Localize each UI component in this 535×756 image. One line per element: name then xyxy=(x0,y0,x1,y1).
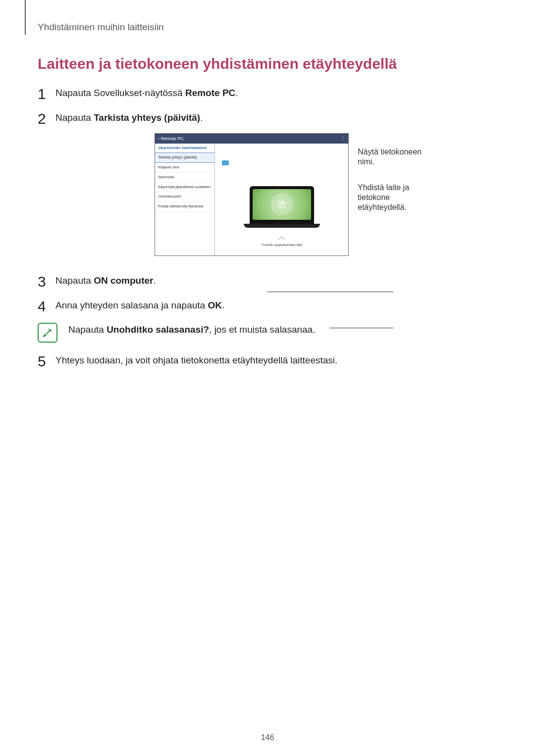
laptop-illustration: ON computer xyxy=(250,186,314,225)
note-icon xyxy=(38,323,57,343)
note-text: Napauta Unohditko salasanasi?, jos et mu… xyxy=(68,323,315,337)
step-number: 5 xyxy=(38,351,46,372)
on-computer-button[interactable]: ON computer xyxy=(271,194,292,215)
step-5: 5 Yhteys luodaan, ja voit ohjata tietoko… xyxy=(38,353,497,367)
step-text: Napauta ON computer. xyxy=(55,275,156,286)
callout-computer-name: Näytä tietokoneen nimi. xyxy=(358,147,437,167)
step-number: 4 xyxy=(38,296,46,317)
laptop-screen: ON computer xyxy=(253,189,311,220)
step-number: 2 xyxy=(38,108,46,130)
step-number: 1 xyxy=(38,83,46,105)
callout-connect-remote: Yhdistä laite ja tietokone etäyhteydellä… xyxy=(358,183,437,212)
step-4: 4 Anna yhteyden salasana ja napauta OK. … xyxy=(38,299,497,343)
tap-hint: Yhdistä napauttamalla tätä xyxy=(215,237,348,248)
steps-list: 1 Napauta Sovellukset-näytössä Remote PC… xyxy=(38,86,497,367)
breadcrumb: Yhdistäminen muihin laitteisiin xyxy=(38,22,497,33)
page-content: Yhdistäminen muihin laitteisiin Laitteen… xyxy=(0,0,535,367)
pc-name-tag[interactable] xyxy=(222,160,229,165)
step-2: 2 Napauta Tarkista yhteys (päivitä). Rem… xyxy=(38,111,497,256)
sidebar-header: Järjestelmän hallintalaitteet xyxy=(155,144,214,152)
arrow-up-icon xyxy=(278,236,285,243)
sidebar-item-shutdown[interactable]: Sammuta xyxy=(155,173,214,183)
sidebar-item-remove-pc[interactable]: Poista rekisteröity tietokone xyxy=(155,202,214,212)
app-titlebar: Remote PC ⋮ xyxy=(155,134,348,144)
app-window: Remote PC ⋮ Järjestelmän hallintalaittee… xyxy=(155,133,349,256)
app-main: ON computer Yhdistä napauttamalla tätä xyxy=(215,144,348,255)
step-1: 1 Napauta Sovellukset-näytössä Remote PC… xyxy=(38,86,497,100)
callout-line-1 xyxy=(267,292,393,292)
note: Napauta Unohditko salasanasi?, jos et mu… xyxy=(55,323,497,343)
step-3: 3 Napauta ON computer. xyxy=(38,274,497,288)
sidebar-item-check-connection[interactable]: Tarkista yhteys (päivitä) xyxy=(155,152,214,163)
kebab-menu-icon[interactable]: ⋮ xyxy=(341,136,345,142)
step-text: Napauta Tarkista yhteys (päivitä). xyxy=(55,112,203,123)
step-text: Anna yhteyden salasana ja napauta OK. xyxy=(55,300,224,310)
sidebar-item-properties[interactable]: Ominaisuudet xyxy=(155,192,214,202)
sidebar-item-logout[interactable]: Kirjaudu ulos xyxy=(155,163,214,173)
app-body: Järjestelmän hallintalaitteet Tarkista y… xyxy=(155,144,348,255)
screenshot-figure: Remote PC ⋮ Järjestelmän hallintalaittee… xyxy=(55,133,497,256)
back-button[interactable]: Remote PC xyxy=(158,136,184,142)
app-sidebar: Järjestelmän hallintalaitteet Tarkista y… xyxy=(155,144,215,255)
step-text: Yhteys luodaan, ja voit ohjata tietokone… xyxy=(55,355,337,365)
step-text: Napauta Sovellukset-näytössä Remote PC. xyxy=(55,88,238,98)
page-number: 146 xyxy=(0,733,535,742)
step-number: 3 xyxy=(38,271,46,293)
sidebar-item-restart[interactable]: Käynnistä järjestelmä uudelleen xyxy=(155,183,214,193)
page-title: Laitteen ja tietokoneen yhdistäminen etä… xyxy=(38,55,497,72)
